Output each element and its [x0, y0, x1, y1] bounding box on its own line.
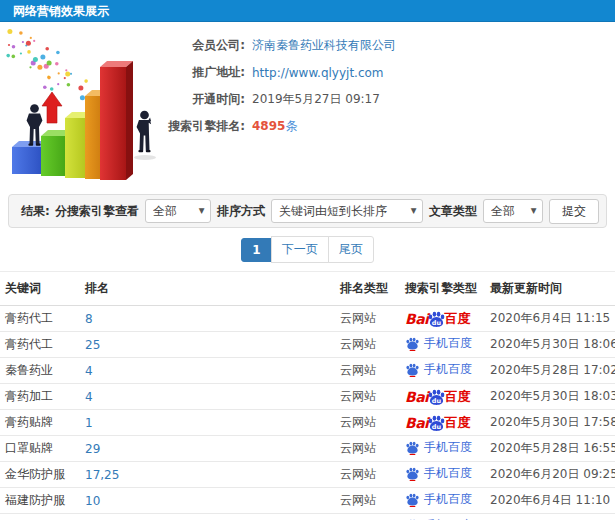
update-time-cell: 2020年6月4日 11:10: [485, 488, 615, 514]
confetti-dots: [5, 28, 88, 100]
member-company-value[interactable]: 济南秦鲁药业科技有限公司: [252, 37, 396, 54]
page-1-button[interactable]: 1: [241, 238, 271, 262]
rank-cell: 4: [80, 358, 335, 384]
mobile-baidu-logo: 手机百度: [405, 335, 472, 352]
sort-select[interactable]: 关键词由短到长排序: [271, 199, 423, 223]
keywords-table: 关键词 排名 排名类型 搜索引擎类型 最新更新时间 膏药代工8云网站 Bai d…: [0, 271, 615, 520]
table-row: 金华防护服17,25云网站 手机百度2020年6月20日 09:25: [0, 462, 615, 488]
svg-text:du: du: [432, 422, 442, 430]
engine-cell: 手机百度: [400, 488, 485, 514]
mobile-baidu-logo: 手机百度: [405, 491, 472, 508]
update-time-cell: 2020年6月4日 11:15: [485, 306, 615, 332]
filter-controls: 分搜索引擎查看 全部 排序方式 关键词由短到长排序 文章类型 全部 提交: [55, 199, 599, 224]
businessman-right: [137, 111, 152, 153]
engine-cell: 手机百度: [400, 332, 485, 358]
next-page-button[interactable]: 下一页: [271, 236, 329, 263]
rank-link[interactable]: 1: [85, 416, 93, 430]
rank-link[interactable]: 29: [85, 442, 100, 456]
table-row: 膏药贴牌1云网站 Bai du 百度2020年5月30日 17:58: [0, 410, 615, 436]
sort-filter-label: 排序方式: [217, 203, 265, 220]
rank-cell: 4: [80, 384, 335, 410]
rank-type-cell: 云网站: [335, 436, 400, 462]
rank-cell: 10: [80, 488, 335, 514]
rank-link[interactable]: 17,25: [85, 468, 119, 482]
engine-filter-label: 分搜索引擎查看: [55, 203, 139, 220]
info-list: 会员公司:济南秦鲁药业科技有限公司推广地址:http://www.qlyyjt.…: [163, 32, 396, 140]
keyword-cell: 膏药代工: [0, 306, 80, 332]
baidu-logo: Bai du 百度: [405, 310, 470, 328]
rank-link[interactable]: 4: [85, 390, 93, 404]
table-row: 秦鲁药业4云网站 手机百度2020年5月28日 17:02: [0, 358, 615, 384]
rank-type-cell: 云网站: [335, 488, 400, 514]
col-header-keyword: 关键词: [0, 272, 80, 306]
pagination: 1 下一页 尾页: [0, 228, 615, 271]
rank-link[interactable]: 10: [85, 494, 100, 508]
keyword-cell: 口罩贴牌: [0, 436, 80, 462]
table-row: 膏药代工25云网站 手机百度2020年5月30日 18:06: [0, 332, 615, 358]
summary-section: 会员公司:济南秦鲁药业科技有限公司推广地址:http://www.qlyyjt.…: [0, 22, 615, 188]
engine-cell: 手机百度: [400, 436, 485, 462]
businessman-left: [27, 104, 43, 146]
rank-type-cell: 云网站: [335, 462, 400, 488]
engine-cell: Bai du 百度: [400, 306, 485, 332]
keyword-cell: [0, 514, 80, 520]
mobile-baidu-logo: 手机百度: [405, 465, 472, 482]
rank-type-cell: 云网站: [335, 332, 400, 358]
engine-cell: Bai du 百度: [400, 384, 485, 410]
keyword-cell: 秦鲁药业: [0, 358, 80, 384]
mobile-baidu-logo: 手机百度: [405, 439, 472, 456]
search-engine-ranking-value[interactable]: 4895条: [252, 118, 297, 135]
baidu-logo: Bai du 百度: [405, 414, 470, 432]
rank-link[interactable]: 4: [85, 364, 93, 378]
page: 网络营销效果展示: [0, 0, 615, 520]
rank-link[interactable]: 25: [85, 338, 100, 352]
promotion-url-label: 推广地址:: [163, 64, 245, 81]
col-header-engine-type: 搜索引擎类型: [400, 272, 485, 306]
submit-button[interactable]: 提交: [549, 199, 599, 224]
member-company-label: 会员公司:: [163, 37, 245, 54]
svg-text:du: du: [432, 318, 442, 326]
rank-cell: 25: [80, 332, 335, 358]
table-row: 口罩贴牌29云网站 手机百度2020年5月28日 16:55: [0, 436, 615, 462]
update-time-cell: 2020年5月30日 18:06: [485, 332, 615, 358]
last-page-button[interactable]: 尾页: [328, 236, 374, 263]
keyword-cell: 膏药贴牌: [0, 410, 80, 436]
engine-select-wrap: 全部: [145, 199, 211, 223]
table-row: 膏药代工8云网站 Bai du 百度2020年6月4日 11:15: [0, 306, 615, 332]
col-header-rank-type: 排名类型: [335, 272, 400, 306]
page-title: 网络营销效果展示: [13, 4, 109, 18]
engine-cell: Bai du 百度: [400, 410, 485, 436]
rank-cell: [80, 514, 335, 520]
rank-type-cell: 云网站: [335, 384, 400, 410]
info-row-open-time: 开通时间:2019年5月27日 09:17: [163, 86, 396, 113]
promotion-url-value[interactable]: http://www.qlyyjt.com: [252, 66, 384, 80]
article-type-select[interactable]: 全部: [483, 199, 543, 223]
results-toolbar: 结果: 分搜索引擎查看 全部 排序方式 关键词由短到长排序 文章类型 全部 提交: [8, 194, 607, 228]
info-row-search-engine-ranking: 搜索引擎排名:4895条: [163, 113, 396, 140]
info-row-promotion-url: 推广地址:http://www.qlyyjt.com: [163, 59, 396, 86]
keyword-cell: 膏药加工: [0, 384, 80, 410]
keyword-cell: 金华防护服: [0, 462, 80, 488]
table-row: 膏药加工4云网站 Bai du 百度2020年5月30日 18:03: [0, 384, 615, 410]
engine-cell: 手机百度: [400, 358, 485, 384]
mobile-baidu-logo: 手机百度: [405, 361, 472, 378]
col-header-update-time: 最新更新时间: [485, 272, 615, 306]
search-engine-ranking-label: 搜索引擎排名:: [163, 118, 245, 135]
window-titlebar: 网络营销效果展示: [0, 0, 615, 22]
engine-select[interactable]: 全部: [145, 199, 211, 223]
baidu-logo: Bai du 百度: [405, 388, 470, 406]
results-label: 结果:: [21, 203, 50, 220]
rank-type-cell: [335, 514, 400, 520]
rank-link[interactable]: 8: [85, 312, 93, 326]
info-row-member-company: 会员公司:济南秦鲁药业科技有限公司: [163, 32, 396, 59]
svg-text:du: du: [432, 396, 442, 404]
rank-cell: 8: [80, 306, 335, 332]
engine-cell: 手机百度: [400, 462, 485, 488]
keyword-cell: 膏药代工: [0, 332, 80, 358]
update-time-cell: [485, 514, 615, 520]
article-type-label: 文章类型: [429, 203, 477, 220]
update-time-cell: 2020年5月28日 16:55: [485, 436, 615, 462]
update-time-cell: 2020年6月20日 09:25: [485, 462, 615, 488]
bar-red: [100, 61, 133, 180]
rank-type-cell: 云网站: [335, 410, 400, 436]
